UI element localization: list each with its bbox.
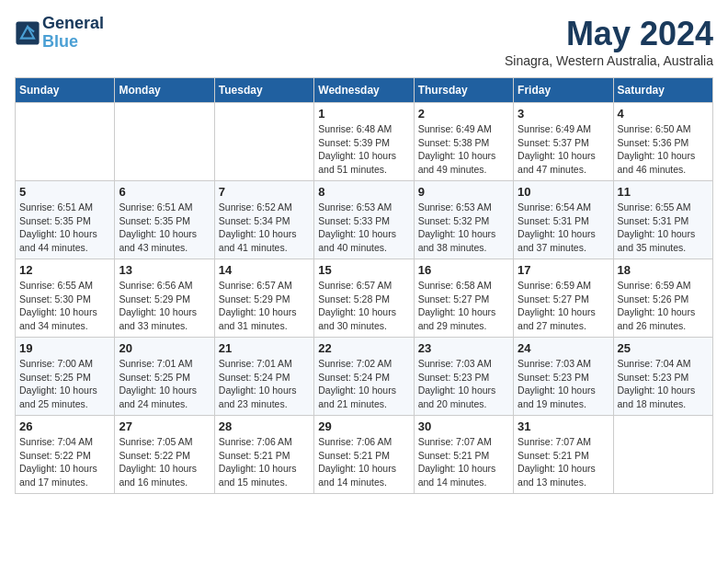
day-info: Sunrise: 7:03 AMSunset: 5:23 PMDaylight:… <box>418 357 509 411</box>
calendar-cell: 17Sunrise: 6:59 AMSunset: 5:27 PMDayligh… <box>514 259 613 338</box>
day-number: 14 <box>219 263 310 277</box>
day-info: Sunrise: 6:49 AMSunset: 5:38 PMDaylight:… <box>418 122 509 177</box>
day-number: 6 <box>119 185 210 199</box>
weekday-header-row: SundayMondayTuesdayWednesdayThursdayFrid… <box>16 78 713 103</box>
logo: General Blue <box>15 15 104 52</box>
title-section: May 2024 Sinagra, Western Australia, Aus… <box>505 15 713 68</box>
day-info: Sunrise: 6:49 AMSunset: 5:37 PMDaylight:… <box>518 122 609 177</box>
calendar-week-row: 12Sunrise: 6:55 AMSunset: 5:30 PMDayligh… <box>16 259 713 338</box>
day-number: 9 <box>418 185 509 199</box>
day-info: Sunrise: 7:07 AMSunset: 5:21 PMDaylight:… <box>518 435 609 489</box>
location: Sinagra, Western Australia, Australia <box>505 53 713 68</box>
day-info: Sunrise: 7:04 AMSunset: 5:23 PMDaylight:… <box>618 357 709 411</box>
calendar-week-row: 19Sunrise: 7:00 AMSunset: 5:25 PMDayligh… <box>16 338 713 416</box>
logo-line2: Blue <box>42 33 104 52</box>
calendar-cell <box>613 416 712 494</box>
day-number: 27 <box>119 419 210 433</box>
day-number: 2 <box>418 107 509 121</box>
day-info: Sunrise: 6:51 AMSunset: 5:35 PMDaylight:… <box>119 201 210 255</box>
calendar-cell: 29Sunrise: 7:06 AMSunset: 5:21 PMDayligh… <box>314 416 414 494</box>
day-number: 20 <box>119 341 210 355</box>
calendar-cell: 9Sunrise: 6:53 AMSunset: 5:32 PMDaylight… <box>414 181 513 259</box>
calendar-cell <box>16 103 115 181</box>
day-number: 19 <box>19 341 110 355</box>
calendar-cell: 21Sunrise: 7:01 AMSunset: 5:24 PMDayligh… <box>214 338 313 416</box>
day-number: 15 <box>318 263 409 277</box>
day-number: 26 <box>19 419 110 433</box>
day-info: Sunrise: 7:03 AMSunset: 5:23 PMDaylight:… <box>518 357 609 411</box>
day-number: 1 <box>318 107 409 121</box>
weekday-header-wednesday: Wednesday <box>314 78 414 103</box>
calendar-cell: 3Sunrise: 6:49 AMSunset: 5:37 PMDaylight… <box>514 103 613 181</box>
calendar-cell: 4Sunrise: 6:50 AMSunset: 5:36 PMDaylight… <box>613 103 712 181</box>
day-number: 28 <box>219 419 310 433</box>
weekday-header-sunday: Sunday <box>16 78 115 103</box>
day-info: Sunrise: 6:55 AMSunset: 5:30 PMDaylight:… <box>19 279 110 333</box>
day-info: Sunrise: 6:57 AMSunset: 5:29 PMDaylight:… <box>219 279 310 333</box>
calendar-cell: 16Sunrise: 6:58 AMSunset: 5:27 PMDayligh… <box>414 259 513 338</box>
day-info: Sunrise: 6:54 AMSunset: 5:31 PMDaylight:… <box>518 201 609 255</box>
day-info: Sunrise: 7:07 AMSunset: 5:21 PMDaylight:… <box>418 435 509 489</box>
calendar-cell: 6Sunrise: 6:51 AMSunset: 5:35 PMDaylight… <box>115 181 214 259</box>
calendar-cell: 24Sunrise: 7:03 AMSunset: 5:23 PMDayligh… <box>514 338 613 416</box>
weekday-header-saturday: Saturday <box>613 78 712 103</box>
calendar-cell: 26Sunrise: 7:04 AMSunset: 5:22 PMDayligh… <box>16 416 115 494</box>
day-number: 5 <box>19 185 110 199</box>
calendar-cell: 14Sunrise: 6:57 AMSunset: 5:29 PMDayligh… <box>214 259 313 338</box>
day-info: Sunrise: 7:06 AMSunset: 5:21 PMDaylight:… <box>318 435 409 489</box>
calendar-table: SundayMondayTuesdayWednesdayThursdayFrid… <box>15 77 713 494</box>
calendar-week-row: 1Sunrise: 6:48 AMSunset: 5:39 PMDaylight… <box>16 103 713 181</box>
day-number: 11 <box>618 185 709 199</box>
logo-line1: General <box>42 15 104 33</box>
calendar-cell: 8Sunrise: 6:53 AMSunset: 5:33 PMDaylight… <box>314 181 414 259</box>
day-info: Sunrise: 7:00 AMSunset: 5:25 PMDaylight:… <box>19 357 110 411</box>
day-info: Sunrise: 6:51 AMSunset: 5:35 PMDaylight:… <box>19 201 110 255</box>
day-info: Sunrise: 6:53 AMSunset: 5:33 PMDaylight:… <box>318 201 409 255</box>
calendar-cell: 12Sunrise: 6:55 AMSunset: 5:30 PMDayligh… <box>16 259 115 338</box>
day-number: 21 <box>219 341 310 355</box>
weekday-header-thursday: Thursday <box>414 78 513 103</box>
day-number: 30 <box>418 419 509 433</box>
calendar-cell: 23Sunrise: 7:03 AMSunset: 5:23 PMDayligh… <box>414 338 513 416</box>
day-info: Sunrise: 7:04 AMSunset: 5:22 PMDaylight:… <box>19 435 110 489</box>
day-info: Sunrise: 6:52 AMSunset: 5:34 PMDaylight:… <box>219 201 310 255</box>
day-info: Sunrise: 7:06 AMSunset: 5:21 PMDaylight:… <box>219 435 310 489</box>
calendar-cell: 28Sunrise: 7:06 AMSunset: 5:21 PMDayligh… <box>214 416 313 494</box>
logo-icon <box>15 20 40 46</box>
day-info: Sunrise: 6:59 AMSunset: 5:26 PMDaylight:… <box>618 279 709 333</box>
calendar-cell: 10Sunrise: 6:54 AMSunset: 5:31 PMDayligh… <box>514 181 613 259</box>
calendar-cell: 27Sunrise: 7:05 AMSunset: 5:22 PMDayligh… <box>115 416 214 494</box>
day-info: Sunrise: 6:58 AMSunset: 5:27 PMDaylight:… <box>418 279 509 333</box>
day-info: Sunrise: 7:01 AMSunset: 5:24 PMDaylight:… <box>219 357 310 411</box>
day-info: Sunrise: 6:48 AMSunset: 5:39 PMDaylight:… <box>318 122 409 177</box>
calendar-cell: 2Sunrise: 6:49 AMSunset: 5:38 PMDaylight… <box>414 103 513 181</box>
day-number: 17 <box>518 263 609 277</box>
day-number: 12 <box>19 263 110 277</box>
calendar-week-row: 5Sunrise: 6:51 AMSunset: 5:35 PMDaylight… <box>16 181 713 259</box>
calendar-cell: 19Sunrise: 7:00 AMSunset: 5:25 PMDayligh… <box>16 338 115 416</box>
calendar-cell: 13Sunrise: 6:56 AMSunset: 5:29 PMDayligh… <box>115 259 214 338</box>
day-number: 13 <box>119 263 210 277</box>
day-number: 31 <box>518 419 609 433</box>
calendar-cell: 11Sunrise: 6:55 AMSunset: 5:31 PMDayligh… <box>613 181 712 259</box>
calendar-cell: 30Sunrise: 7:07 AMSunset: 5:21 PMDayligh… <box>414 416 513 494</box>
day-number: 8 <box>318 185 409 199</box>
day-number: 10 <box>518 185 609 199</box>
day-info: Sunrise: 6:59 AMSunset: 5:27 PMDaylight:… <box>518 279 609 333</box>
day-number: 22 <box>318 341 409 355</box>
calendar-cell <box>115 103 214 181</box>
calendar-cell: 7Sunrise: 6:52 AMSunset: 5:34 PMDaylight… <box>214 181 313 259</box>
day-info: Sunrise: 6:55 AMSunset: 5:31 PMDaylight:… <box>618 201 709 255</box>
calendar-cell: 31Sunrise: 7:07 AMSunset: 5:21 PMDayligh… <box>514 416 613 494</box>
calendar-cell <box>214 103 313 181</box>
day-number: 24 <box>518 341 609 355</box>
day-number: 7 <box>219 185 310 199</box>
day-info: Sunrise: 6:53 AMSunset: 5:32 PMDaylight:… <box>418 201 509 255</box>
calendar-cell: 5Sunrise: 6:51 AMSunset: 5:35 PMDaylight… <box>16 181 115 259</box>
day-info: Sunrise: 6:57 AMSunset: 5:28 PMDaylight:… <box>318 279 409 333</box>
month-title: May 2024 <box>505 15 713 53</box>
day-info: Sunrise: 7:02 AMSunset: 5:24 PMDaylight:… <box>318 357 409 411</box>
day-number: 4 <box>618 107 709 121</box>
day-info: Sunrise: 6:56 AMSunset: 5:29 PMDaylight:… <box>119 279 210 333</box>
calendar-cell: 1Sunrise: 6:48 AMSunset: 5:39 PMDaylight… <box>314 103 414 181</box>
